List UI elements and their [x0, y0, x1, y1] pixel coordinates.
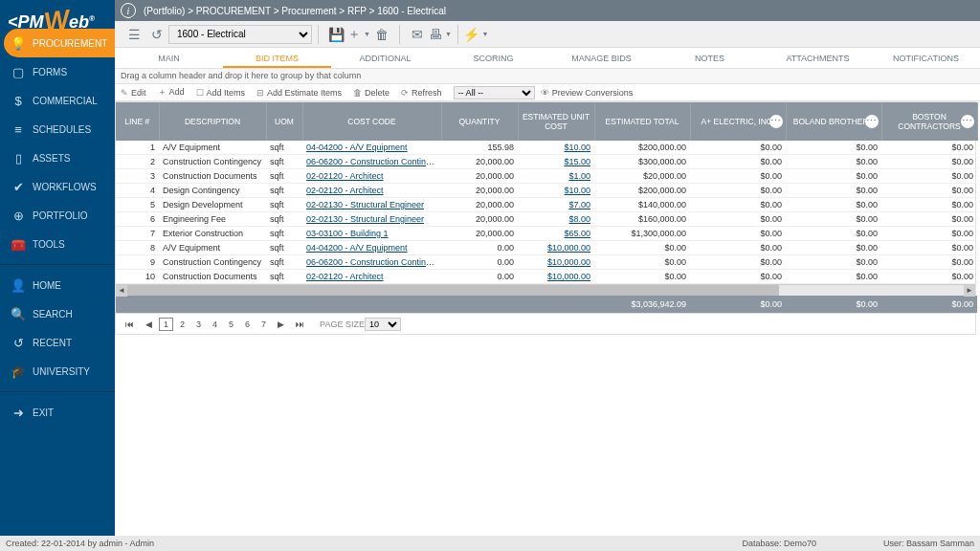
scroll-right-icon[interactable]: ► [964, 285, 975, 297]
pager-page[interactable]: 4 [208, 318, 222, 331]
sidebar-item-portfolio[interactable]: ⊕PORTFOLIO [0, 201, 115, 230]
unit-cost-link[interactable]: $8.00 [568, 214, 590, 224]
sidebar-item-tools[interactable]: 🧰TOOLS [0, 230, 115, 258]
column-menu-icon[interactable]: ⋯ [961, 115, 974, 128]
unit-cost-link[interactable]: $10,000.00 [547, 272, 590, 281]
cost-code-link[interactable]: 02-02130 - Structural Engineer [306, 200, 424, 209]
created-label: Created: 22-01-2014 by admin - Admin [6, 539, 154, 548]
unit-cost-link[interactable]: $7.00 [568, 200, 590, 209]
cost-code-link[interactable]: 02-02120 - Architect [306, 272, 384, 281]
table-row[interactable]: 8A/V Equipmentsqft04-04200 - A/V Equipme… [116, 241, 977, 255]
table-row[interactable]: 4Design Contingencysqft02-02120 - Archit… [116, 184, 977, 198]
sidebar-item-home[interactable]: 👤HOME [0, 271, 115, 299]
list-icon[interactable]: ☰ [122, 24, 145, 45]
col-header[interactable]: LINE # [116, 102, 159, 141]
unit-cost-link[interactable]: $10.00 [564, 143, 590, 152]
unit-cost-link[interactable]: $1.00 [568, 171, 590, 181]
cost-code-link[interactable]: 04-04200 - A/V Equipment [306, 143, 408, 152]
pager-page[interactable]: 6 [240, 318, 255, 331]
col-header[interactable]: A+ ELECTRIC, INC.⋯ [690, 102, 786, 141]
unit-cost-link[interactable]: $10,000.00 [547, 257, 590, 267]
sidebar-item-forms[interactable]: ▢FORMS [0, 57, 115, 86]
cost-code-link[interactable]: 02-02120 - Architect [306, 171, 384, 181]
cost-code-link[interactable]: 04-04200 - A/V Equipment [306, 243, 408, 253]
filter-select[interactable]: -- All -- [454, 86, 535, 99]
sidebar-icon: 🧰 [10, 237, 27, 252]
col-header[interactable]: ESTIMATED TOTAL [594, 102, 690, 141]
page-size-select[interactable]: 10 [365, 318, 401, 331]
app-logo: <PMWeb® [0, 0, 115, 29]
mail-icon[interactable]: ✉ [406, 24, 429, 45]
pager-page[interactable]: 1 [159, 318, 173, 331]
cost-code-link[interactable]: 02-02130 - Structural Engineer [306, 214, 424, 224]
cost-code-link[interactable]: 06-06200 - Construction Contingency [306, 257, 441, 267]
col-header[interactable]: BOLAND BROTHERS⋯ [786, 102, 881, 141]
table-row[interactable]: 1A/V Equipmentsqft04-04200 - A/V Equipme… [116, 141, 977, 155]
table-row[interactable]: 3Construction Documentssqft02-02120 - Ar… [116, 169, 977, 184]
col-header[interactable]: ESTIMATED UNIT COST [518, 102, 594, 141]
unit-cost-link[interactable]: $65.00 [564, 229, 590, 238]
pager-page[interactable]: 3 [191, 318, 206, 331]
sidebar-item-recent[interactable]: ↺RECENT [0, 328, 115, 357]
pager-next-icon[interactable]: ▶ [273, 318, 289, 331]
tab-scoring[interactable]: SCORING [439, 48, 547, 68]
pager-page[interactable]: 7 [256, 318, 271, 331]
table-row[interactable]: 9Construction Contingencysqft06-06200 - … [116, 255, 977, 270]
history-icon[interactable]: ↺ [145, 24, 168, 45]
tab-manage-bids[interactable]: MANAGE BIDS [547, 48, 656, 68]
delete-icon[interactable]: 🗑 [370, 24, 393, 45]
pager-first-icon[interactable]: ⏮ [121, 318, 139, 331]
sidebar-item-schedules[interactable]: ≡SCHEDULES [0, 115, 115, 143]
add-estimate-button[interactable]: ⊟Add Estimate Items [256, 88, 342, 98]
tab-notifications[interactable]: NOTIFICATIONS [872, 48, 980, 68]
scroll-left-icon[interactable]: ◄ [116, 285, 127, 297]
pager-last-icon[interactable]: ⏭ [291, 318, 309, 331]
unit-cost-link[interactable]: $10.00 [564, 186, 590, 195]
table-row[interactable]: 7Exterior Constructionsqft03-03100 - Bui… [116, 227, 977, 241]
refresh-button[interactable]: ⟳Refresh [401, 88, 442, 98]
table-row[interactable]: 6Engineering Feesqft02-02130 - Structura… [116, 212, 977, 227]
unit-cost-link[interactable]: $10,000.00 [547, 243, 590, 253]
sidebar-item-commercial[interactable]: $COMMERCIAL [0, 86, 115, 115]
pager-page[interactable]: 5 [224, 318, 238, 331]
table-row[interactable]: 5Design Developmentsqft02-02130 - Struct… [116, 198, 977, 212]
col-header[interactable]: DESCRIPTION [159, 102, 266, 141]
horizontal-scrollbar[interactable]: ◄ ► [116, 284, 975, 296]
sidebar-item-university[interactable]: 🎓UNIVERSITY [0, 357, 115, 386]
add-items-button[interactable]: ☐Add Items [196, 88, 246, 98]
sidebar-item-search[interactable]: 🔍SEARCH [0, 299, 115, 328]
col-header[interactable]: UOM [266, 102, 302, 141]
tab-attachments[interactable]: ATTACHMENTS [764, 48, 872, 68]
save-icon[interactable]: 💾 [324, 24, 347, 45]
cost-code-link[interactable]: 03-03100 - Building 1 [306, 229, 389, 238]
cost-code-link[interactable]: 06-06200 - Construction Contingency [306, 157, 441, 166]
cost-code-link[interactable]: 02-02120 - Architect [306, 186, 384, 195]
info-icon[interactable]: i [121, 3, 136, 18]
sidebar-item-assets[interactable]: ▯ASSETS [0, 143, 115, 172]
group-header[interactable]: Drag a column header and drop it here to… [115, 69, 980, 84]
col-header[interactable]: QUANTITY [441, 102, 518, 141]
edit-button[interactable]: ✎Edit [121, 88, 146, 98]
pager-prev-icon[interactable]: ◀ [141, 318, 157, 331]
tab-bid-items[interactable]: BID ITEMS [223, 48, 331, 68]
table-row[interactable]: 10Construction Documentssqft02-02120 - A… [116, 270, 977, 284]
tab-additional-information[interactable]: ADDITIONAL INFORMATION [331, 48, 439, 68]
tab-main[interactable]: MAIN [115, 48, 223, 68]
add-button[interactable]: ＋Add [158, 86, 185, 99]
pager-page[interactable]: 2 [175, 318, 189, 331]
add-icon[interactable]: ＋ [347, 24, 370, 45]
col-header[interactable]: COST CODE [302, 102, 441, 141]
preview-button[interactable]: 👁Preview Conversions [541, 88, 634, 98]
column-menu-icon[interactable]: ⋯ [769, 115, 783, 128]
delete-button[interactable]: 🗑Delete [353, 88, 390, 98]
tab-notes[interactable]: NOTES [656, 48, 764, 68]
action-icon[interactable]: ⚡ [464, 24, 487, 45]
sidebar-item-workflows[interactable]: ✔WORKFLOWS [0, 172, 115, 201]
col-header[interactable]: BOSTON CONTRACTORS⋯ [881, 102, 977, 141]
table-row[interactable]: 2Construction Contingencysqft06-06200 - … [116, 155, 977, 169]
record-select[interactable]: 1600 - Electrical [168, 25, 312, 44]
print-icon[interactable]: 🖶 [429, 24, 452, 45]
column-menu-icon[interactable]: ⋯ [865, 115, 879, 128]
unit-cost-link[interactable]: $15.00 [564, 157, 590, 166]
sidebar-item-exit[interactable]: ➜EXIT [0, 398, 115, 427]
